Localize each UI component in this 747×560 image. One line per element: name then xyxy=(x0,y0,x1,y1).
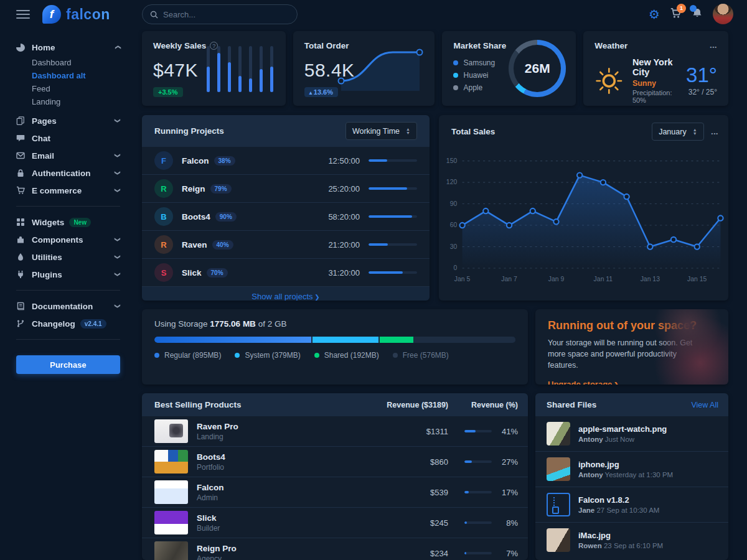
weekly-sales-card: Weekly Sales $47K +3.5% xyxy=(142,31,286,106)
file-name[interactable]: iMac.jpg xyxy=(578,531,663,540)
file-author: Antony xyxy=(578,436,603,443)
sidebar-item-documentation[interactable]: Documentation❯ xyxy=(16,297,120,315)
file-name[interactable]: iphone.jpg xyxy=(578,460,673,469)
month-select[interactable]: January ▲▼ xyxy=(652,123,703,141)
file-author: Rowen xyxy=(578,542,602,549)
revenue-pct-column-header: Revenue (%) xyxy=(448,401,518,409)
project-row: R Raven 40% 21:20:00 xyxy=(142,231,430,259)
chevron-down-icon: ❯ xyxy=(115,254,121,259)
hamburger-menu-icon[interactable] xyxy=(16,7,30,21)
project-name[interactable]: Reign xyxy=(182,184,205,194)
file-time: Just Now xyxy=(605,436,634,443)
cart-count-badge: 1 xyxy=(677,4,686,13)
revenue-percent: 41% xyxy=(498,427,518,436)
product-category: Admin xyxy=(197,493,224,502)
falcon-logo-icon: f xyxy=(42,5,61,24)
product-row: Reign Pro Agency $234 7% xyxy=(142,538,528,560)
weather-range: 32° / 25° xyxy=(686,88,717,96)
revenue-bar xyxy=(464,552,492,554)
sun-icon xyxy=(594,65,624,97)
sidebar-item-components[interactable]: Components❯ xyxy=(16,231,120,248)
settings-gear-icon[interactable]: ⚙ xyxy=(649,7,660,22)
product-row: Raven Pro Landing $1311 41% xyxy=(142,416,528,447)
sidebar-item-feed[interactable]: Feed xyxy=(32,82,120,95)
card-menu-icon[interactable] xyxy=(710,40,717,51)
product-thumbnail xyxy=(154,480,188,504)
sidebar-item-ecommerce[interactable]: E commerce❯ xyxy=(16,182,120,199)
file-time: 27 Sep at 10:30 AM xyxy=(596,506,659,514)
project-percent-badge: 70% xyxy=(207,268,228,278)
shared-files-title: Shared Files xyxy=(547,400,596,409)
sidebar-item-pages[interactable]: Pages❯ xyxy=(16,112,120,129)
svg-text:Jan 7: Jan 7 xyxy=(501,276,517,282)
sidebar-item-dashboard[interactable]: Dashboard xyxy=(32,56,120,69)
sidebar-item-authentication[interactable]: Authentication❯ xyxy=(16,164,120,182)
space-card-title: Running out of your space? xyxy=(548,319,716,332)
new-badge: New xyxy=(69,218,91,227)
product-name[interactable]: Falcon xyxy=(197,483,224,492)
notifications-bell-icon[interactable] xyxy=(692,7,703,21)
revenue-bar xyxy=(464,491,492,493)
sidebar-divider xyxy=(16,290,120,291)
weekly-sales-bar-chart xyxy=(207,46,273,92)
svg-text:120: 120 xyxy=(446,179,458,185)
running-projects-card: Running Projects Working Time ▲▼ F Falco… xyxy=(142,115,430,301)
file-item: iphone.jpg Antony Yesterday at 1:30 PM xyxy=(535,451,728,487)
sidebar-item-chat[interactable]: Chat xyxy=(16,129,120,147)
storage-card: Using Storage 1775.06 MB of 2 GB Regular… xyxy=(142,309,528,385)
product-thumbnail xyxy=(154,541,188,560)
sidebar-item-changelog[interactable]: Changelog v2.4.1 xyxy=(16,315,120,332)
file-time: 23 Sep at 6:10 PM xyxy=(604,542,663,549)
file-name[interactable]: apple-smart-watch.png xyxy=(578,424,667,434)
cart-icon xyxy=(16,186,25,195)
revenue-column-header: Revenue ($3189) xyxy=(355,401,448,409)
sidebar-item-landing[interactable]: Landing xyxy=(32,95,120,108)
sidebar-item-utilities[interactable]: Utilities❯ xyxy=(16,248,120,266)
sidebar-item-plugins[interactable]: Plugins❯ xyxy=(16,266,120,283)
product-name[interactable]: Slick xyxy=(197,513,220,523)
sidebar-item-email[interactable]: Email❯ xyxy=(16,147,120,164)
storage-progress-bar xyxy=(154,337,515,343)
product-row: Boots4 Portfolio $860 27% xyxy=(142,447,528,477)
brand-logo[interactable]: f falcon xyxy=(42,5,110,24)
user-avatar[interactable] xyxy=(713,4,733,24)
card-menu-icon[interactable] xyxy=(712,126,718,138)
project-progress-bar xyxy=(369,271,417,274)
book-icon xyxy=(16,302,25,310)
product-name[interactable]: Boots4 xyxy=(197,452,225,462)
upgrade-storage-link[interactable]: Upgrade storage xyxy=(548,380,619,385)
sidebar-item-home[interactable]: Home ❯ xyxy=(16,39,120,56)
revenue-percent: 8% xyxy=(498,518,518,528)
product-name[interactable]: Raven Pro xyxy=(197,422,238,431)
weekly-sales-title: Weekly Sales xyxy=(153,41,206,50)
sidebar-item-widgets[interactable]: Widgets New xyxy=(16,213,120,231)
file-thumbnail xyxy=(547,457,570,481)
purchase-button[interactable]: Purchase xyxy=(16,355,120,374)
search-input[interactable] xyxy=(142,4,298,24)
project-name[interactable]: Raven xyxy=(182,240,207,250)
project-time: 12:50:00 xyxy=(319,156,360,166)
project-name[interactable]: Boots4 xyxy=(182,212,210,222)
product-revenue: $245 xyxy=(355,518,448,528)
total-order-sparkline xyxy=(334,44,427,95)
svg-text:Jan 11: Jan 11 xyxy=(594,276,613,282)
show-all-projects-link[interactable]: Show all projects xyxy=(251,292,319,301)
project-name[interactable]: Slick xyxy=(182,268,202,278)
project-avatar: S xyxy=(154,263,173,282)
drop-icon xyxy=(16,253,25,261)
cart-icon[interactable]: 1 xyxy=(670,7,682,21)
sidebar-divider xyxy=(16,206,120,207)
working-time-select[interactable]: Working Time ▲▼ xyxy=(345,122,417,140)
shared-files-card: Shared Files View All apple-smart-watch.… xyxy=(535,393,728,560)
sort-arrows-icon: ▲▼ xyxy=(406,128,410,135)
svg-text:Jan 5: Jan 5 xyxy=(454,276,471,282)
chevron-down-icon: ❯ xyxy=(115,272,121,277)
project-name[interactable]: Falcon xyxy=(182,156,209,166)
view-all-link[interactable]: View All xyxy=(691,401,718,409)
search-field[interactable] xyxy=(163,10,281,19)
pie-chart-icon xyxy=(16,44,25,52)
product-name[interactable]: Reign Pro xyxy=(197,544,237,553)
sidebar-item-dashboard-alt[interactable]: Dashboard alt xyxy=(32,69,120,82)
file-name[interactable]: Falcon v1.8.2 xyxy=(578,495,659,505)
lock-icon xyxy=(16,169,25,177)
